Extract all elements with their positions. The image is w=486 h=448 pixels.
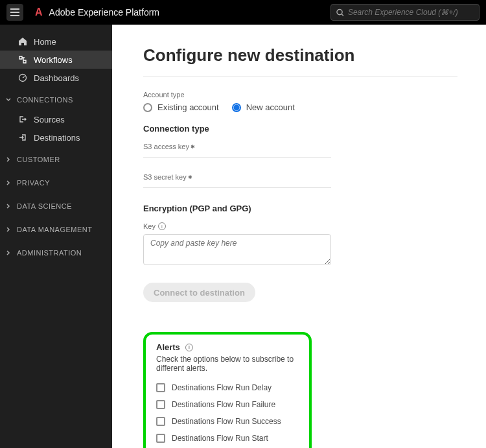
nav-destinations-label: Destinations (34, 133, 80, 143)
alerts-heading: Alerts (156, 342, 180, 352)
page-title: Configure new destination (143, 45, 457, 77)
nav-workflows[interactable]: Workflows (0, 51, 112, 69)
nav-home-label: Home (34, 37, 56, 47)
checkbox-icon[interactable] (156, 417, 165, 426)
adobe-logo-icon: A (35, 6, 43, 18)
encryption-label: Encryption (PGP and GPG) (143, 204, 457, 213)
alert-option[interactable]: Destinations Flow Run Success (156, 413, 299, 430)
checkbox-icon[interactable] (156, 383, 165, 392)
connection-type-label: Connection type (143, 124, 457, 134)
chevron-right-icon (5, 180, 12, 185)
chevron-right-icon (5, 157, 12, 162)
nav-dashboards-label: Dashboards (34, 73, 79, 83)
top-bar: A Adobe Experience Platform (0, 0, 486, 25)
section-data-management-label: DATA MANAGEMENT (17, 226, 93, 233)
connect-button[interactable]: Connect to destination (143, 283, 255, 302)
key-textarea[interactable] (143, 234, 331, 265)
nav-home[interactable]: Home (0, 32, 112, 51)
info-icon[interactable]: i (158, 222, 166, 230)
chevron-right-icon (5, 204, 12, 209)
dashboards-icon (18, 73, 27, 82)
workflows-icon (18, 55, 27, 64)
main-content: Configure new destination Account type E… (112, 25, 486, 448)
nav-sources-label: Sources (34, 115, 65, 124)
nav-workflows-label: Workflows (34, 55, 73, 65)
app-logo: A Adobe Experience Platform (35, 6, 159, 18)
section-customer[interactable]: CUSTOMER (0, 149, 112, 170)
radio-unselected-icon (143, 103, 152, 112)
s3-secret-key-label: S3 secret key (143, 173, 331, 188)
hamburger-icon (10, 8, 19, 16)
alert-option[interactable]: Destinations Flow Run Start (156, 430, 299, 447)
section-privacy-label: PRIVACY (17, 179, 50, 187)
destinations-icon (18, 133, 27, 142)
section-administration[interactable]: ADMINISTRATION (0, 242, 112, 263)
search-box[interactable] (330, 4, 480, 21)
checkbox-icon[interactable] (156, 434, 165, 443)
radio-selected-icon (232, 103, 241, 112)
section-administration-label: ADMINISTRATION (17, 249, 82, 257)
chevron-right-icon (5, 250, 12, 255)
section-privacy[interactable]: PRIVACY (0, 172, 112, 193)
key-label: Key (143, 222, 156, 230)
chevron-down-icon (5, 97, 12, 102)
home-icon (18, 37, 27, 46)
menu-toggle[interactable] (6, 4, 23, 21)
sources-icon (18, 115, 27, 124)
alert-label: Destinations Flow Run Delay (172, 383, 272, 392)
app-name: Adobe Experience Platform (49, 7, 159, 18)
radio-new-account[interactable]: New account (232, 102, 295, 112)
alerts-panel: Alerts i Check the options below to subs… (143, 332, 312, 448)
section-data-science-label: DATA SCIENCE (17, 202, 72, 210)
chevron-right-icon (5, 227, 12, 232)
sidebar: Home Workflows Dashboards CONNECTIONS So… (0, 25, 112, 448)
radio-new-label: New account (246, 102, 295, 112)
search-icon (336, 8, 344, 17)
nav-dashboards[interactable]: Dashboards (0, 69, 112, 87)
section-data-science[interactable]: DATA SCIENCE (0, 196, 112, 217)
checkbox-icon[interactable] (156, 400, 165, 409)
info-icon[interactable]: i (185, 344, 193, 351)
radio-existing-account[interactable]: Existing account (143, 102, 219, 112)
section-customer-label: CUSTOMER (17, 156, 60, 163)
alert-option[interactable]: Destinations Flow Run Delay (156, 379, 299, 396)
svg-point-0 (337, 9, 342, 14)
alerts-description: Check the options below to subscribe to … (156, 355, 299, 373)
search-input[interactable] (348, 8, 474, 17)
nav-sources[interactable]: Sources (0, 110, 112, 128)
alert-label: Destinations Flow Run Start (172, 434, 268, 443)
section-data-management[interactable]: DATA MANAGEMENT (0, 219, 112, 240)
s3-access-key-label: S3 access key (143, 143, 331, 158)
alert-option[interactable]: Destinations Flow Run Failure (156, 396, 299, 413)
account-type-label: Account type (143, 91, 457, 99)
section-connections-label: CONNECTIONS (17, 96, 73, 104)
alert-label: Destinations Flow Run Failure (172, 400, 275, 409)
section-connections[interactable]: CONNECTIONS (0, 89, 112, 110)
alert-label: Destinations Flow Run Success (172, 417, 281, 426)
nav-destinations[interactable]: Destinations (0, 128, 112, 147)
radio-existing-label: Existing account (157, 102, 219, 112)
